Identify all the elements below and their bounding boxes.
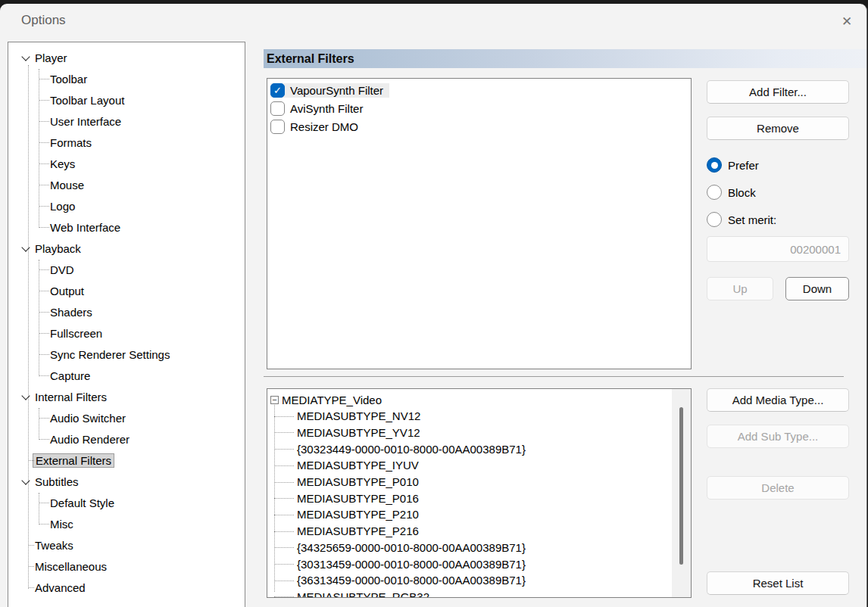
radio-row-set-merit[interactable]: Set merit: [707,211,776,228]
chevron-expanded-icon[interactable] [21,244,30,253]
tree-connector [39,227,49,228]
move-up-button[interactable]: Up [707,277,773,300]
tree-item-keys[interactable]: Keys [9,153,244,174]
media-subtype-30323449-0000-0010-8000-00aa00389b71[interactable]: {30323449-0000-0010-8000-00AA00389B71} [267,440,526,457]
move-down-button[interactable]: Down [785,277,849,300]
delete-media-type-button[interactable]: Delete [707,476,849,500]
tree-item-toolbar-layout[interactable]: Toolbar Layout [9,89,244,111]
tree-item-audio-renderer[interactable]: Audio Renderer [9,428,244,450]
radio-unselected-icon[interactable] [707,212,722,227]
checkbox-unchecked-icon[interactable] [270,101,285,116]
tree-item-fullscreen[interactable]: Fullscreen [9,322,244,344]
filter-row-vapoursynth-filter[interactable]: ✓VapourSynth Filter [270,81,389,99]
media-subtype-mediasubtype-iyuv[interactable]: MEDIASUBTYPE_IYUV [267,457,419,474]
screen: Options ✕ PlayerToolbarToolbar LayoutUse… [0,0,868,607]
tree-item-subtitles[interactable]: Subtitles [9,471,244,492]
tree-item-external-filters[interactable]: External Filters [9,450,244,471]
media-type-label: MEDIASUBTYPE_IYUV [297,459,419,472]
radio-row-prefer[interactable]: Prefer [707,157,759,173]
media-type-label: {36313459-0000-0010-8000-00AA00389B71} [297,574,526,587]
media-type-label: MEDIASUBTYPE_P210 [297,508,419,521]
tree-item-sync-renderer-settings[interactable]: Sync Renderer Settings [9,344,244,365]
chevron-expanded-icon[interactable] [21,392,30,401]
filter-row-resizer-dmo[interactable]: Resizer DMO [270,117,364,135]
tree-connector [39,333,49,334]
tree-item-logo[interactable]: Logo [9,195,244,216]
chevron-expanded-icon[interactable] [21,477,30,486]
tree-item-label: Subtitles [35,475,79,488]
media-subtype-mediasubtype-p210[interactable]: MEDIASUBTYPE_P210 [267,506,419,523]
media-type-label: MEDIATYPE_Video [282,394,382,406]
section-divider [264,376,844,377]
tree-item-formats[interactable]: Formats [9,132,244,153]
tree-item-default-style[interactable]: Default Style [9,492,244,513]
tree-item-label: External Filters [33,453,114,468]
add-filter-button[interactable]: Add Filter... [707,80,849,104]
media-list-scrollbar[interactable] [672,389,691,597]
tree-item-playback[interactable]: Playback [9,238,244,259]
tree-item-label: Toolbar Layout [50,94,124,107]
chevron-expanded-icon[interactable] [21,53,30,62]
tree-item-player[interactable]: Player [9,47,244,68]
media-subtype-mediasubtype-yv12[interactable]: MEDIASUBTYPE_YV12 [267,424,420,440]
media-subtype-mediasubtype-rgb32[interactable]: MEDIASUBTYPE_RGB32 [267,588,429,598]
media-subtype-mediasubtype-nv12[interactable]: MEDIASUBTYPE_NV12 [267,408,420,425]
tree-item-user-interface[interactable]: User Interface [9,111,244,132]
tree-item-tweaks[interactable]: Tweaks [9,534,244,556]
tree-item-label: Player [35,51,67,64]
tree-item-miscellaneous[interactable]: Miscellaneous [9,556,244,577]
tree-connector [29,460,34,461]
tree-connector [39,375,49,376]
tree-connector [39,79,49,79]
tree-connector [274,581,294,581]
tree-connector [39,418,49,419]
remove-filter-button[interactable]: Remove [707,117,849,140]
tree-item-label: Logo [50,200,75,213]
filter-row-avisynth-filter[interactable]: AviSynth Filter [270,99,369,117]
filter-label: AviSynth Filter [290,102,363,115]
tree-connector [274,449,294,450]
scrollbar-thumb[interactable] [679,407,683,565]
radio-row-block[interactable]: Block [707,184,756,201]
tree-item-label: Sync Renderer Settings [50,348,170,361]
collapse-expander-icon[interactable]: − [270,396,279,404]
tree-item-label: Toolbar [50,73,87,86]
tree-item-web-interface[interactable]: Web Interface [9,216,244,238]
media-subtype-34325659-0000-0010-8000-00aa00389b71[interactable]: {34325659-0000-0010-8000-00AA00389B71} [267,539,526,556]
tree-item-shaders[interactable]: Shaders [9,301,244,322]
radio-unselected-icon[interactable] [707,185,722,200]
add-media-type-button[interactable]: Add Media Type... [707,388,849,412]
media-type-label: MEDIASUBTYPE_P016 [297,492,419,505]
merit-input[interactable] [707,236,849,262]
tree-connector [39,121,49,122]
add-sub-type-button[interactable]: Add Sub Type... [707,425,849,448]
filter-row-inner: Resizer DMO [270,120,364,134]
media-subtype-mediasubtype-p016[interactable]: MEDIASUBTYPE_P016 [267,490,419,506]
tree-item-misc[interactable]: Misc [9,513,244,534]
tree-item-mouse[interactable]: Mouse [9,174,244,195]
external-filter-list: ✓VapourSynth FilterAviSynth FilterResize… [267,78,692,369]
media-subtype-36313459-0000-0010-8000-00aa00389b71[interactable]: {36313459-0000-0010-8000-00AA00389B71} [267,572,526,589]
close-icon[interactable]: ✕ [836,11,857,32]
tree-item-toolbar[interactable]: Toolbar [9,68,244,89]
reset-list-button[interactable]: Reset List [707,571,849,595]
media-subtype-mediasubtype-p010[interactable]: MEDIASUBTYPE_P010 [267,474,419,490]
tree-item-internal-filters[interactable]: Internal Filters [9,386,244,407]
filter-row-inner: ✓VapourSynth Filter [270,83,389,98]
radio-selected-icon[interactable] [707,157,722,173]
tree-item-label: Tweaks [35,539,73,552]
filter-label: Resizer DMO [290,120,358,133]
tree-connector [274,482,294,483]
tree-item-output[interactable]: Output [9,280,244,301]
tree-item-advanced[interactable]: Advanced [9,577,244,598]
checkbox-unchecked-icon[interactable] [270,120,285,134]
media-subtype-mediasubtype-p216[interactable]: MEDIASUBTYPE_P216 [267,523,419,540]
tree-item-audio-switcher[interactable]: Audio Switcher [9,407,244,428]
checkbox-checked-icon[interactable]: ✓ [270,83,285,98]
media-subtype-30313459-0000-0010-8000-00aa00389b71[interactable]: {30313459-0000-0010-8000-00AA00389B71} [267,556,526,572]
media-type-mediatype-video[interactable]: −MEDIATYPE_Video [267,391,382,408]
tree-connector [39,439,49,440]
tree-connector [274,564,294,565]
tree-item-dvd[interactable]: DVD [9,259,244,280]
tree-item-capture[interactable]: Capture [9,365,244,386]
